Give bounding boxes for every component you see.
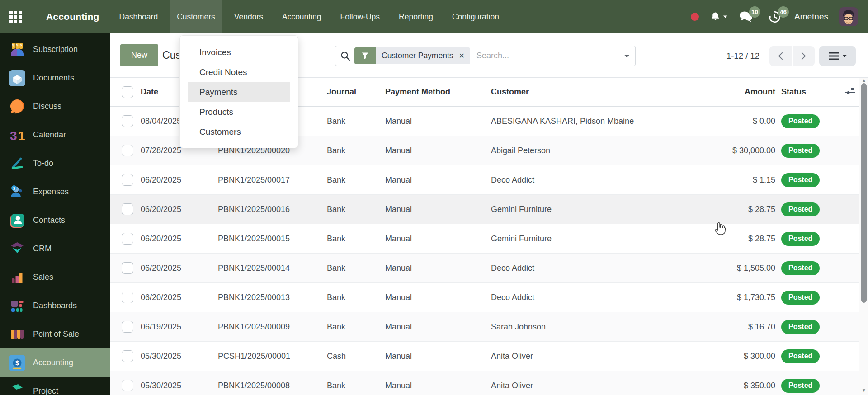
menu-item-vendors[interactable]: Vendors	[228, 0, 269, 33]
apps-grid-icon[interactable]	[3, 0, 28, 33]
menu-item-customers[interactable]: Customers	[170, 0, 222, 33]
row-checkbox[interactable]	[122, 321, 133, 333]
sidebar-item-contacts[interactable]: Contacts	[0, 206, 110, 235]
dropdown-item-payments[interactable]: Payments	[188, 82, 290, 102]
status-badge: Posted	[781, 114, 820, 128]
menu-item-configuration[interactable]: Configuration	[446, 0, 505, 33]
cell-payment-method: Manual	[385, 263, 491, 273]
menu-item-dashboard[interactable]: Dashboard	[113, 0, 165, 33]
table-row[interactable]: 05/30/2025PCSH1/2025/00001CashManualAnit…	[110, 342, 859, 371]
row-checkbox[interactable]	[122, 203, 133, 215]
sidebar-item-calendar[interactable]: 31Calendar	[0, 121, 110, 149]
column-header-payment-method[interactable]: Payment Method	[385, 87, 491, 97]
sidebar-item-label: Expenses	[33, 187, 69, 197]
sidebar-item-to-do[interactable]: To-do	[0, 149, 110, 178]
pager-next-button[interactable]	[793, 46, 815, 66]
pager-previous-button[interactable]	[769, 46, 792, 66]
cell-journal: Bank	[327, 293, 385, 302]
cell-status: Posted	[775, 261, 841, 275]
sidebar-item-subscription[interactable]: $$$Subscription	[0, 35, 110, 64]
cell-status: Posted	[775, 349, 841, 363]
search-bar[interactable]: Customer Payments ✕	[335, 46, 636, 66]
cell-payment-method: Manual	[385, 322, 491, 332]
sidebar-item-point-of-sale[interactable]: Point of Sale	[0, 320, 110, 348]
notifications-button[interactable]	[710, 11, 728, 23]
row-checkbox[interactable]	[122, 350, 133, 362]
message-count-badge: 10	[749, 6, 760, 18]
cell-date: 05/30/2025	[141, 381, 218, 390]
sales-icon	[9, 269, 25, 286]
avatar[interactable]	[839, 7, 858, 26]
dropdown-item-invoices[interactable]: Invoices	[180, 42, 298, 62]
cell-date: 06/20/2025	[141, 293, 218, 302]
scroll-up-icon[interactable]: ▲	[861, 78, 867, 83]
sidebar-item-label: Dashboards	[33, 301, 77, 310]
table-row[interactable]: 06/19/2025PBNK1/2025/00009BankManualSara…	[110, 312, 859, 342]
dropdown-item-credit-notes[interactable]: Credit Notes	[180, 62, 298, 82]
sidebar-item-accounting[interactable]: $Accounting	[0, 348, 110, 377]
view-switcher-button[interactable]	[819, 46, 856, 66]
table-row[interactable]: 06/20/2025PBNK1/2025/00013BankManualDeco…	[110, 283, 859, 312]
cell-journal: Bank	[327, 234, 385, 244]
table-row[interactable]: 06/20/2025PBNK1/2025/00017BankManualDeco…	[110, 165, 859, 195]
row-checkbox[interactable]	[122, 262, 133, 274]
sidebar-item-discuss[interactable]: Discuss	[0, 92, 110, 121]
sidebar-item-sales[interactable]: Sales	[0, 263, 110, 292]
sidebar-item-crm[interactable]: CRM	[0, 235, 110, 263]
dropdown-item-products[interactable]: Products	[180, 102, 298, 122]
cell-amount: $ 350.00	[689, 381, 775, 390]
cell-status: Posted	[775, 232, 841, 246]
customers-menu-dropdown: InvoicesCredit NotesPaymentsProductsCust…	[179, 35, 298, 148]
select-all-checkbox[interactable]	[122, 86, 133, 98]
svg-text:$: $	[12, 43, 14, 47]
column-header-customer[interactable]: Customer	[491, 87, 689, 97]
table-row[interactable]: 06/20/2025PBNK1/2025/00015BankManualGemi…	[110, 224, 859, 254]
column-header-amount[interactable]: Amount	[689, 87, 775, 97]
new-button[interactable]: New	[120, 44, 158, 66]
menu-item-follow-ups[interactable]: Follow-Ups	[334, 0, 387, 33]
table-row[interactable]: 06/20/2025PBNK1/2025/00014BankManualDeco…	[110, 254, 859, 283]
search-input[interactable]	[476, 51, 624, 61]
vertical-scrollbar[interactable]: ▲ ▼	[859, 78, 868, 395]
menu-item-reporting[interactable]: Reporting	[392, 0, 439, 33]
column-header-journal[interactable]: Journal	[327, 87, 385, 97]
row-checkbox[interactable]	[122, 380, 133, 391]
dropdown-item-customers[interactable]: Customers	[180, 122, 298, 142]
row-checkbox[interactable]	[122, 145, 133, 156]
menu-item-accounting[interactable]: Accounting	[276, 0, 328, 33]
cell-status: Posted	[775, 320, 841, 334]
chevron-down-icon	[723, 15, 728, 19]
scrollbar-thumb[interactable]	[861, 83, 867, 303]
cell-date: 05/30/2025	[141, 352, 218, 361]
row-checkbox[interactable]	[122, 233, 133, 245]
row-checkbox[interactable]	[122, 174, 133, 186]
cell-customer: Sarah Johnson	[491, 322, 689, 332]
cell-customer: Gemini Furniture	[491, 234, 689, 244]
discuss-icon	[9, 98, 25, 115]
cell-amount: $ 28.75	[689, 234, 775, 244]
table-row[interactable]: 05/30/2025PBNK1/2025/00008BankManualAnit…	[110, 371, 859, 395]
cell-journal: Bank	[327, 263, 385, 273]
sidebar-item-expenses[interactable]: $Expenses	[0, 178, 110, 206]
table-row[interactable]: 06/20/2025PBNK1/2025/00016BankManualGemi…	[110, 195, 859, 224]
cell-journal: Bank	[327, 175, 385, 185]
sidebar-item-project[interactable]: Project	[0, 377, 110, 395]
messages-button[interactable]: 10	[739, 11, 752, 23]
cell-date: 06/19/2025	[141, 322, 218, 332]
row-checkbox[interactable]	[122, 292, 133, 303]
sidebar-item-documents[interactable]: Documents	[0, 64, 110, 92]
user-menu[interactable]: Ametnes	[794, 12, 828, 22]
sidebar-item-dashboards[interactable]: Dashboards	[0, 292, 110, 320]
row-checkbox[interactable]	[122, 115, 133, 127]
filter-remove-icon[interactable]: ✕	[458, 52, 470, 60]
cell-payment-method: Manual	[385, 175, 491, 185]
column-header-status[interactable]: Status	[775, 87, 841, 97]
svg-text:$: $	[15, 359, 19, 367]
scroll-down-icon[interactable]: ▼	[861, 388, 867, 393]
optional-columns-icon[interactable]	[841, 85, 859, 99]
activities-button[interactable]: 46	[769, 11, 781, 23]
cell-status: Posted	[775, 114, 841, 128]
status-badge: Posted	[781, 379, 820, 393]
search-dropdown-toggle[interactable]	[624, 52, 630, 60]
cell-journal: Bank	[327, 205, 385, 214]
